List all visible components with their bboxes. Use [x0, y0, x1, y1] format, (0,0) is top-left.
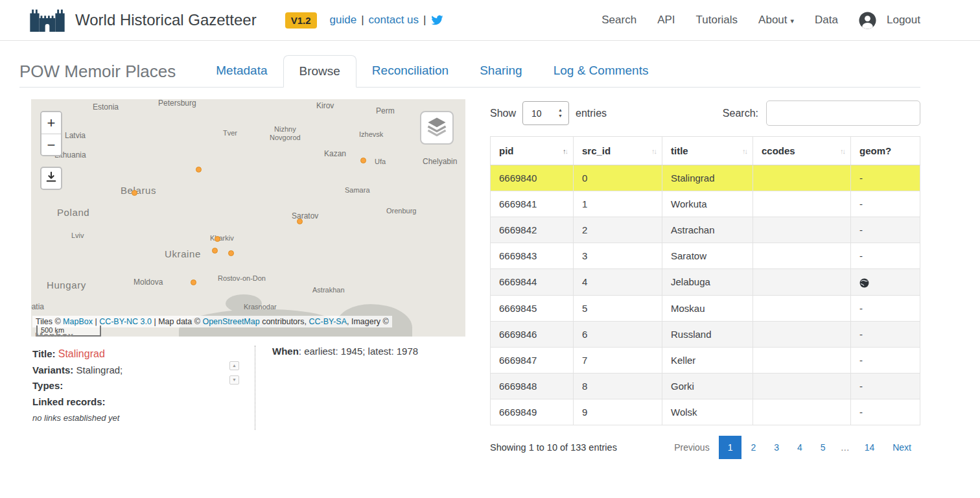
tab-reconciliation[interactable]: Reconciliation	[356, 55, 464, 88]
cell-pid: 6669841	[491, 191, 574, 217]
nav-item-tutorials[interactable]: Tutorials	[696, 14, 738, 27]
table-header-row: pid↑↓src_id↑↓title↑↓ccodes↑↓geom?	[491, 137, 920, 165]
cell-geom: -	[851, 321, 920, 347]
place-marker[interactable]	[360, 158, 366, 163]
cell-ccodes	[753, 347, 851, 373]
place-marker[interactable]	[196, 167, 202, 172]
table-row[interactable]: 66698400Stalingrad-	[491, 165, 920, 191]
cell-pid: 6669848	[491, 373, 574, 399]
user-avatar[interactable]	[859, 12, 876, 29]
logout-link[interactable]: Logout	[887, 14, 920, 27]
separator: |	[423, 14, 426, 27]
place-marker[interactable]	[228, 250, 234, 256]
twitter-icon[interactable]	[430, 14, 444, 26]
cell-src-id: 9	[574, 399, 662, 425]
table-row[interactable]: 66698466Russland-	[491, 321, 920, 347]
cell-geom: -	[851, 191, 920, 217]
zoom-out-button[interactable]: −	[41, 134, 61, 155]
cell-ccodes	[753, 373, 851, 399]
cell-geom: -	[851, 373, 920, 399]
cell-ccodes	[753, 165, 851, 191]
cell-geom: -	[851, 399, 920, 425]
column-label: ccodes	[762, 145, 795, 156]
place-marker[interactable]	[191, 279, 196, 285]
column-header-ccodes[interactable]: ccodes↑↓	[753, 137, 851, 165]
cc-by-nc-link[interactable]: CC-BY-NC 3.0	[99, 317, 152, 326]
table-row[interactable]: 66698499Wolsk-	[491, 399, 920, 425]
page-2[interactable]: 2	[741, 436, 765, 459]
place-marker[interactable]	[297, 219, 303, 224]
cell-src-id: 6	[574, 321, 662, 347]
cell-src-id: 7	[574, 347, 662, 373]
table-row[interactable]: 66698477Keller-	[491, 347, 920, 373]
table-row[interactable]: 66698455Moskau-	[491, 295, 920, 321]
column-header-geom[interactable]: geom?	[851, 137, 920, 165]
next-button[interactable]: Next	[883, 436, 920, 459]
tab-log-comments[interactable]: Log & Comments	[538, 55, 664, 88]
scroll-up-icon[interactable]: ▲	[229, 361, 239, 370]
page-4[interactable]: 4	[788, 436, 811, 459]
nav-item-api[interactable]: API	[657, 14, 675, 27]
cc-by-sa-link[interactable]: CC-BY-SA	[309, 317, 347, 326]
cell-ccodes	[753, 399, 851, 425]
map-label-poland: Poland	[57, 207, 89, 218]
column-header-src-id[interactable]: src_id↑↓	[574, 137, 662, 165]
page-3[interactable]: 3	[765, 436, 788, 459]
column-header-title[interactable]: title↑↓	[662, 137, 753, 165]
contact-link[interactable]: contact us	[369, 14, 419, 27]
nav-item-search[interactable]: Search	[601, 14, 636, 27]
record-detail: Title: Stalingrad Variants: Stalingrad; …	[31, 346, 465, 430]
tab-sharing[interactable]: Sharing	[464, 55, 538, 88]
page-14[interactable]: 14	[856, 436, 884, 459]
select-arrows-icon: ▲▼	[558, 108, 563, 118]
tab-browse[interactable]: Browse	[283, 55, 356, 88]
attribution-text: contributors,	[260, 317, 309, 326]
tab-metadata[interactable]: Metadata	[200, 55, 283, 88]
mapbox-link[interactable]: MapBox	[63, 317, 93, 326]
cell-src-id: 1	[574, 191, 662, 217]
cell-pid: 6669843	[491, 243, 574, 269]
page-length-select[interactable]: 10 ▲▼	[522, 101, 569, 125]
title-label: Title:	[32, 348, 56, 359]
layers-icon	[426, 116, 447, 139]
map-label-estonia: Estonia	[93, 103, 119, 112]
table-row[interactable]: 66698488Gorki-	[491, 373, 920, 399]
nav-item-about[interactable]: About▾	[758, 14, 794, 27]
place-marker[interactable]	[212, 248, 218, 254]
record-title-row: Title: Stalingrad	[32, 346, 248, 362]
map-label-kazan: Kazan	[324, 150, 346, 159]
zoom-in-button[interactable]: +	[41, 112, 61, 134]
place-marker[interactable]	[132, 190, 137, 196]
previous-button[interactable]: Previous	[665, 436, 718, 459]
cell-geom: -	[851, 243, 920, 269]
page-title: POW Memoir Places	[19, 62, 176, 82]
search-label: Search:	[723, 108, 758, 119]
places-table: pid↑↓src_id↑↓title↑↓ccodes↑↓geom? 666984…	[490, 136, 920, 425]
page-1[interactable]: 1	[719, 436, 742, 459]
cell-geom: -	[851, 217, 920, 243]
map-download-button[interactable]	[40, 167, 62, 190]
place-marker[interactable]	[215, 236, 220, 242]
table-row[interactable]: 66698444Jelabuga	[491, 269, 920, 296]
cell-src-id: 0	[574, 165, 662, 191]
search-input[interactable]	[766, 101, 920, 126]
left-pane: EstoniaPetersburgKirovPermLatviaTverNizh…	[31, 99, 465, 459]
map[interactable]: EstoniaPetersburgKirovPermLatviaTverNizh…	[31, 99, 465, 337]
map-layers-control[interactable]	[420, 111, 454, 145]
scroll-down-icon[interactable]: ▼	[229, 375, 239, 385]
linked-records-note: no links established yet	[32, 411, 248, 425]
guide-link[interactable]: guide	[330, 14, 357, 27]
cell-pid: 6669846	[491, 321, 574, 347]
nav-item-data[interactable]: Data	[815, 14, 838, 27]
table-row[interactable]: 66698422Astrachan-	[491, 217, 920, 243]
header-nav: SearchAPITutorialsAbout▾Data	[601, 14, 838, 27]
page-5[interactable]: 5	[811, 436, 835, 459]
table-row[interactable]: 66698433Saratow-	[491, 243, 920, 269]
column-header-pid[interactable]: pid↑↓	[491, 137, 574, 165]
table-row[interactable]: 66698411Workuta-	[491, 191, 920, 217]
map-label-moldova: Moldova	[134, 278, 163, 287]
openstreetmap-link[interactable]: OpenStreetMap	[202, 317, 259, 326]
version-badge: V1.2	[285, 12, 317, 29]
cell-ccodes	[753, 321, 851, 347]
pagination: Previous12345…14Next	[665, 436, 920, 459]
